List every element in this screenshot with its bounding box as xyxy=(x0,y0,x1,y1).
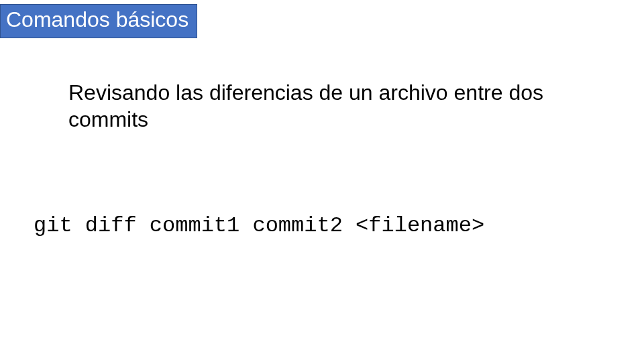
slide-header: Comandos básicos xyxy=(0,4,197,38)
slide: Comandos básicos Revisando las diferenci… xyxy=(0,0,644,362)
command-text: git diff commit1 commit2 <filename> xyxy=(34,213,484,239)
slide-subtitle: Revisando las diferencias de un archivo … xyxy=(68,79,577,133)
slide-title: Comandos básicos xyxy=(6,7,189,32)
